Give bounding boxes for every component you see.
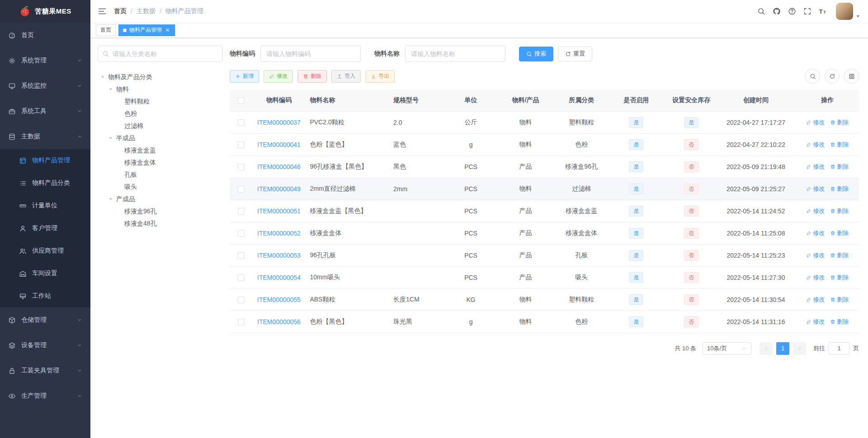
tree-node[interactable]: 半成品: [98, 132, 222, 144]
sidebar-item[interactable]: 仓储管理: [0, 307, 90, 333]
category-search-input[interactable]: [98, 46, 222, 62]
sidebar-item[interactable]: 系统管理: [0, 48, 90, 73]
caret-expand-icon[interactable]: [108, 135, 114, 141]
search-button[interactable]: 搜索: [519, 47, 553, 61]
row-checkbox[interactable]: [238, 274, 245, 281]
refresh-button[interactable]: [825, 69, 840, 84]
row-checkbox[interactable]: [238, 208, 245, 215]
row-checkbox[interactable]: [238, 319, 245, 325]
tree-node[interactable]: 吸头: [98, 181, 222, 193]
sidebar-subitem[interactable]: 车间设置: [0, 262, 90, 285]
row-edit-button[interactable]: 修改: [806, 251, 825, 259]
row-checkbox[interactable]: [238, 141, 245, 148]
import-button[interactable]: 导入: [331, 70, 361, 83]
tree-node[interactable]: 物料及产品分类: [98, 71, 222, 83]
row-edit-button[interactable]: 修改: [806, 163, 825, 171]
sidebar-item[interactable]: 系统工具: [0, 99, 90, 124]
sidebar-subitem[interactable]: 物料产品分类: [0, 172, 90, 194]
breadcrumb-item[interactable]: 首页: [114, 7, 127, 15]
tree-node[interactable]: 产成品: [98, 193, 222, 205]
sidebar-item[interactable]: 首页: [0, 23, 90, 48]
caret-expand-icon[interactable]: [108, 196, 114, 203]
caret-expand-icon[interactable]: [108, 86, 114, 93]
next-page-button[interactable]: [793, 342, 806, 355]
material-code-link[interactable]: ITEM00000046: [257, 163, 301, 170]
toggle-search-button[interactable]: [805, 69, 820, 84]
material-code-link[interactable]: ITEM00000041: [257, 141, 301, 148]
row-delete-button[interactable]: 删除: [830, 207, 849, 215]
sidebar-subitem[interactable]: 工作站: [0, 285, 90, 307]
sidebar-item[interactable]: 主数据: [0, 124, 90, 149]
row-delete-button[interactable]: 删除: [830, 118, 849, 127]
search-icon[interactable]: [757, 7, 765, 15]
prev-page-button[interactable]: [760, 342, 773, 355]
sidebar-item[interactable]: 生产管理: [0, 383, 90, 409]
row-edit-button[interactable]: 修改: [806, 229, 825, 237]
row-checkbox[interactable]: [238, 164, 245, 170]
row-checkbox[interactable]: [238, 186, 245, 193]
row-edit-button[interactable]: 修改: [806, 273, 825, 282]
row-edit-button[interactable]: 修改: [806, 118, 825, 127]
row-delete-button[interactable]: 删除: [830, 185, 849, 193]
row-edit-button[interactable]: 修改: [806, 296, 825, 304]
row-delete-button[interactable]: 删除: [830, 273, 849, 282]
row-checkbox[interactable]: [238, 230, 245, 237]
github-icon[interactable]: [773, 7, 781, 15]
code-filter-input[interactable]: [260, 46, 361, 62]
row-edit-button[interactable]: 修改: [806, 141, 825, 149]
sidebar-subitem[interactable]: 物料产品管理: [0, 149, 90, 172]
page-size-select[interactable]: 10条/页: [703, 342, 751, 355]
columns-button[interactable]: [844, 69, 859, 84]
sidebar-subitem[interactable]: 计量单位: [0, 194, 90, 217]
tree-node[interactable]: 移液盒盒盖: [98, 144, 222, 156]
delete-button[interactable]: 删除: [297, 70, 327, 83]
material-code-link[interactable]: ITEM00000054: [257, 274, 301, 281]
tree-node[interactable]: 色粉: [98, 108, 222, 120]
fullscreen-icon[interactable]: [803, 7, 811, 15]
row-checkbox[interactable]: [238, 297, 245, 303]
select-all-checkbox[interactable]: [238, 97, 245, 104]
tab-home[interactable]: 首页: [96, 24, 116, 36]
close-icon[interactable]: [165, 27, 170, 33]
tree-node[interactable]: 移液盒96孔: [98, 205, 222, 217]
user-menu[interactable]: [836, 3, 861, 20]
tree-node[interactable]: 移液盒48孔: [98, 217, 222, 230]
sidebar-subitem[interactable]: 供应商管理: [0, 240, 90, 262]
row-checkbox[interactable]: [238, 252, 245, 259]
row-delete-button[interactable]: 删除: [830, 163, 849, 171]
row-delete-button[interactable]: 删除: [830, 141, 849, 149]
caret-expand-icon[interactable]: [99, 74, 106, 80]
material-code-link[interactable]: ITEM00000051: [257, 207, 301, 215]
tree-node[interactable]: 过滤棉: [98, 120, 222, 132]
sidebar-subitem[interactable]: 客户管理: [0, 217, 90, 240]
sidebar-item[interactable]: 工装夹具管理: [0, 358, 90, 383]
row-delete-button[interactable]: 删除: [830, 318, 849, 326]
material-code-link[interactable]: ITEM00000055: [257, 296, 301, 303]
export-button[interactable]: 导出: [365, 70, 395, 83]
row-delete-button[interactable]: 删除: [830, 296, 849, 304]
material-code-link[interactable]: ITEM00000037: [257, 119, 301, 126]
page-button-1[interactable]: 1: [776, 342, 789, 355]
question-icon[interactable]: [788, 7, 796, 15]
material-code-link[interactable]: ITEM00000049: [257, 185, 301, 193]
hamburger-icon[interactable]: [98, 7, 107, 16]
row-edit-button[interactable]: 修改: [806, 207, 825, 215]
row-delete-button[interactable]: 删除: [830, 229, 849, 237]
tab-material-management[interactable]: 物料产品管理: [118, 24, 175, 36]
sidebar-item[interactable]: 系统监控: [0, 73, 90, 99]
edit-button[interactable]: 修改: [264, 70, 293, 83]
goto-page-input[interactable]: [829, 342, 849, 355]
row-checkbox[interactable]: [238, 119, 245, 126]
add-button[interactable]: 新增: [230, 70, 259, 83]
row-edit-button[interactable]: 修改: [806, 318, 825, 326]
avatar[interactable]: [836, 3, 853, 20]
material-code-link[interactable]: ITEM00000053: [257, 252, 301, 259]
sidebar-item[interactable]: 设备管理: [0, 333, 90, 358]
material-code-link[interactable]: ITEM00000052: [257, 230, 301, 237]
tree-node[interactable]: 物料: [98, 83, 222, 95]
textsize-icon[interactable]: TT: [819, 7, 827, 15]
tree-node[interactable]: 塑料颗粒: [98, 95, 222, 108]
row-delete-button[interactable]: 删除: [830, 251, 849, 259]
material-code-link[interactable]: ITEM00000056: [257, 318, 301, 325]
reset-button[interactable]: 重置: [558, 47, 592, 61]
